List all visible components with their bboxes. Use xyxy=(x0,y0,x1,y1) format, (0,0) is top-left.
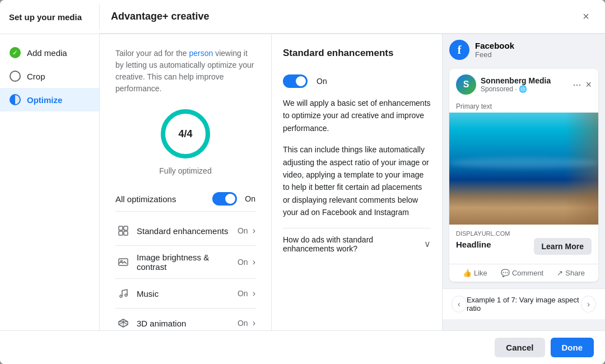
right-panel-desc2: This can include things like automatical… xyxy=(283,143,431,218)
fb-ad-card: S Sonnenberg Media Sponsored · 🌐 ··· × P… xyxy=(449,69,598,282)
svg-point-8 xyxy=(120,295,122,297)
sidebar-item-optimize[interactable]: Optimize xyxy=(0,88,99,111)
svg-point-9 xyxy=(125,294,127,296)
sidebar: ✓ Add media Crop Optimize xyxy=(0,34,100,330)
preview-panel: f Facebook Feed S Sonnenberg Media Spons… xyxy=(443,34,605,330)
chevron-right-icon: › xyxy=(253,318,255,328)
sidebar-item-label: Add media xyxy=(27,48,67,58)
check-icon: ✓ xyxy=(9,46,21,59)
standard-enhancements-toggle[interactable] xyxy=(283,74,308,88)
all-optimizations-toggle[interactable] xyxy=(212,192,237,206)
page-info: Sonnenberg Media Sponsored · 🌐 xyxy=(481,76,573,93)
svg-rect-2 xyxy=(119,226,123,230)
sidebar-item-label: Optimize xyxy=(27,95,62,105)
sponsored-label: Sponsored · 🌐 xyxy=(481,85,573,93)
how-works-label: How do ads with standard enhancements wo… xyxy=(283,235,424,253)
enhancement-item-standard[interactable]: Standard enhancements On › xyxy=(115,216,255,246)
page-avatar: S xyxy=(456,74,476,95)
comment-icon: 💬 xyxy=(501,269,510,277)
primary-text-label: Primary text xyxy=(449,100,598,113)
card-close-icon[interactable]: × xyxy=(585,79,592,91)
sidebar-item-crop[interactable]: Crop xyxy=(0,64,99,88)
share-label: Share xyxy=(565,269,585,277)
half-circle-icon xyxy=(9,94,21,106)
fb-card-header: S Sonnenberg Media Sponsored · 🌐 ··· × xyxy=(449,69,598,100)
3d-icon xyxy=(115,315,131,330)
modal-title: Advantage+ creative xyxy=(111,11,210,22)
example-nav-label: Example 1 of 7: Vary image aspect ratio xyxy=(467,296,581,312)
learn-more-button[interactable]: Learn More xyxy=(534,238,592,255)
next-example-button[interactable]: › xyxy=(581,296,596,312)
fb-brand-name: Facebook xyxy=(475,41,514,50)
3d-status: On xyxy=(238,319,248,328)
modal-footer: Cancel Done xyxy=(0,330,605,364)
enhancement-item-brightness[interactable]: Image brightness & contrast On › xyxy=(115,246,255,279)
3d-label: 3D animation xyxy=(137,319,238,328)
enhancement-list: Standard enhancements On › xyxy=(115,216,255,330)
all-optimizations-row: All optimizations On xyxy=(115,186,255,212)
main-content: Tailor your ad for the person viewing it… xyxy=(100,34,272,330)
right-panel-toggle-row: On xyxy=(283,74,431,88)
chevron-down-icon: ∨ xyxy=(424,239,431,249)
progress-value: 4/4 xyxy=(178,128,192,140)
fb-brand-feed: Feed xyxy=(475,50,514,59)
done-button[interactable]: Done xyxy=(551,338,594,357)
fb-card-footer: displayurl.com Headline Learn More xyxy=(449,225,598,260)
standard-enhancements-label: Standard enhancements xyxy=(137,226,238,236)
comment-label: Comment xyxy=(512,269,543,277)
display-url: displayurl.com xyxy=(456,230,592,237)
enhancement-item-3d[interactable]: 3D animation On › xyxy=(115,309,255,330)
comment-button[interactable]: 💬 Comment xyxy=(501,269,543,277)
chevron-right-icon: › xyxy=(253,257,255,267)
standard-enhancements-status: On xyxy=(238,226,248,235)
share-icon: ↗ xyxy=(557,269,563,277)
chevron-right-icon: › xyxy=(253,226,255,236)
svg-rect-5 xyxy=(124,231,128,235)
right-panel-title: Standard enhancements xyxy=(283,48,393,59)
page-name: Sonnenberg Media xyxy=(481,76,573,85)
brightness-label: Image brightness & contrast xyxy=(137,253,238,272)
main-description: Tailor your ad for the person viewing it… xyxy=(115,48,255,95)
preview-nav: ‹ Example 1 of 7: Vary image aspect rati… xyxy=(443,288,605,319)
progress-section: 4/4 Fully optimized xyxy=(115,106,255,175)
fb-brand-header: f Facebook Feed xyxy=(443,34,605,62)
like-label: Like xyxy=(474,269,487,277)
standard-enhancements-status: On xyxy=(317,77,327,86)
brightness-status: On xyxy=(238,258,248,267)
more-options-icon[interactable]: ··· xyxy=(573,79,581,91)
all-optimizations-toggle-row: On xyxy=(212,192,255,206)
music-icon xyxy=(115,286,131,301)
image-icon xyxy=(115,254,131,270)
engagement-row: 👍 Like 💬 Comment ↗ Share xyxy=(449,264,598,282)
ad-headline: Headline xyxy=(456,240,491,249)
card-actions: ··· × xyxy=(573,79,592,91)
all-optimizations-status: On xyxy=(245,194,255,203)
like-button[interactable]: 👍 Like xyxy=(463,269,487,277)
share-button[interactable]: ↗ Share xyxy=(557,269,585,277)
facebook-logo: f xyxy=(449,40,469,60)
grid-icon xyxy=(115,223,131,239)
music-status: On xyxy=(238,289,248,298)
circle-icon xyxy=(9,70,21,82)
ad-image xyxy=(449,113,598,225)
right-panel: Standard enhancements On We will apply a… xyxy=(272,34,443,330)
all-optimizations-label: All optimizations xyxy=(115,194,176,204)
chevron-right-icon: › xyxy=(253,288,255,298)
sidebar-heading: Set up your media xyxy=(0,4,100,30)
music-label: Music xyxy=(137,289,238,298)
like-icon: 👍 xyxy=(463,269,472,277)
right-panel-desc1: We will apply a basic set of enhancement… xyxy=(283,97,431,134)
person-link[interactable]: person xyxy=(189,49,213,58)
cancel-button[interactable]: Cancel xyxy=(495,338,544,357)
svg-rect-3 xyxy=(124,226,128,230)
modal-close-button[interactable]: × xyxy=(578,8,594,25)
sidebar-item-add-media[interactable]: ✓ Add media xyxy=(0,41,99,64)
progress-circle: 4/4 xyxy=(157,106,213,162)
sidebar-item-label: Crop xyxy=(27,72,45,81)
progress-label: Fully optimized xyxy=(159,166,211,175)
svg-rect-4 xyxy=(119,231,123,235)
enhancement-item-music[interactable]: Music On › xyxy=(115,279,255,309)
how-works-row[interactable]: How do ads with standard enhancements wo… xyxy=(283,228,431,260)
prev-example-button[interactable]: ‹ xyxy=(452,296,467,312)
